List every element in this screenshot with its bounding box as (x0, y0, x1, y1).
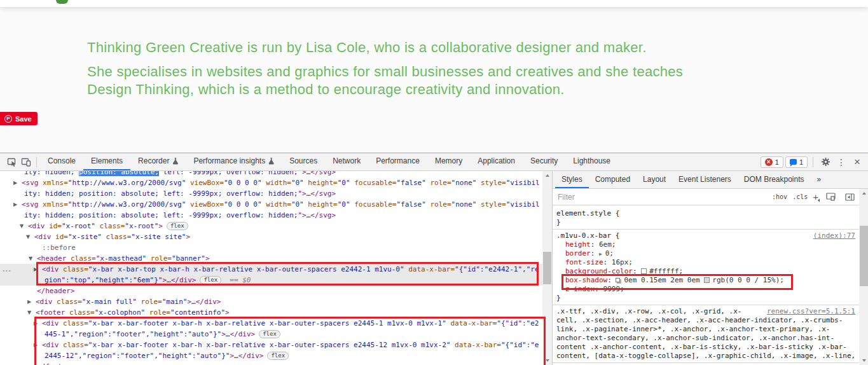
tab-console[interactable]: Console (40, 153, 83, 170)
style-line-selector-wrap[interactable]: content, [data-x-toggle-collapse], .x-gr… (555, 352, 858, 361)
style-line-z-index[interactable]: z-index: 9999; (555, 285, 858, 294)
expand-arrow-icon[interactable]: ▶ (13, 177, 17, 188)
toggle-element-state-button[interactable]: :hov (772, 193, 787, 200)
tab-performance-insights[interactable]: Performance insights (186, 153, 282, 170)
pinterest-save-button[interactable]: P Save (0, 112, 38, 125)
tree-line-header-close[interactable]: </header> (0, 286, 542, 296)
device-toolbar-icon[interactable] (19, 155, 33, 169)
expand-arrow-icon[interactable]: ▶ (13, 199, 17, 210)
tab-network[interactable]: Network (325, 153, 368, 170)
tree-line-footer-bar-1[interactable]: ▶<div class="x-bar x-bar-footer x-bar-h … (0, 318, 542, 329)
rendering-emulation-icon[interactable] (823, 190, 837, 204)
tab-event-listeners[interactable]: Event Listeners (672, 171, 738, 188)
tree-line-x-root[interactable]: ▼<div id="x-root" class="x-root">flex (0, 221, 542, 231)
tree-line-header[interactable]: ▼<header class="x-masthead" role="banner… (0, 253, 542, 264)
tab-styles[interactable]: Styles (555, 171, 589, 188)
console-error-badge[interactable]: × 1 (761, 156, 783, 168)
tree-line-footer-bar-2-wrap[interactable]: 2445-12","region":"footer","height":"aut… (0, 350, 542, 361)
style-line-element-style[interactable]: element.style { (555, 209, 858, 218)
toggle-class-button[interactable]: .cls (792, 193, 808, 200)
code-seg-link[interactable]: renew.css?ver=5.1.5:1 (767, 307, 855, 316)
code-seg-attr: focusable= (350, 179, 397, 187)
tree-line-footer-bar-1-wrap[interactable]: 445-1","region":"footer","height":"auto"… (0, 329, 542, 340)
issues-badge[interactable]: 1 (785, 156, 808, 168)
tab-dom-breakpoints[interactable]: DOM Breakpoints (738, 171, 811, 188)
tree-line-x-main[interactable]: ▶<div class="x-main full" role="main">…<… (0, 296, 542, 307)
style-line-selector[interactable]: .x-ttf, .x-div, .x-row, .x-col, .x-grid,… (555, 307, 858, 316)
tab-lighthouse[interactable]: Lighthouse (565, 153, 618, 170)
scroll-up-arrow[interactable] (542, 171, 552, 180)
code-seg-tag: </div> (230, 330, 255, 338)
scrollbar-thumb[interactable] (860, 226, 868, 286)
message-icon (790, 159, 797, 165)
tab-sources[interactable]: Sources (282, 153, 325, 170)
style-line-close[interactable]: } (555, 294, 858, 303)
tree-line-header-bar-wrap[interactable]: gion":"top","height":"6em"}">…</div>flex… (0, 275, 542, 286)
inspect-element-icon[interactable] (5, 155, 19, 169)
expand-arrow-icon[interactable]: ▶ (27, 296, 31, 307)
tree-line-header-bar[interactable]: ▶<div class="x-bar x-bar-top x-bar-h x-b… (0, 264, 542, 275)
tab-computed[interactable]: Computed (589, 171, 637, 188)
style-line-box-shadow[interactable]: box-shadow: 0em 0.15em 2em 0em rgb(0 0 0… (555, 276, 858, 285)
tree-line-before-pseudo[interactable]: ::before (0, 242, 542, 253)
tab-memory[interactable]: Memory (427, 153, 470, 170)
tree-line-footer-close[interactable]: </footer> (0, 361, 542, 365)
tab-application[interactable]: Application (470, 153, 523, 170)
element-options-dots[interactable]: ... (3, 264, 11, 273)
expand-arrow-icon[interactable]: ▼ (27, 307, 31, 318)
code-seg-badge[interactable]: flex (200, 276, 221, 284)
more-options-icon[interactable]: ⋮ (834, 155, 848, 169)
style-line-selector-wrap[interactable]: anchor-text-secondary, .x-anchor-sub-ind… (555, 334, 858, 343)
expand-arrow-icon[interactable]: ▼ (29, 253, 32, 264)
elements-scrollbar[interactable] (542, 171, 552, 365)
expand-arrow-icon[interactable]: ▼ (26, 231, 30, 242)
tab-elements[interactable]: Elements (83, 153, 130, 170)
scrollbar-thumb[interactable] (543, 252, 551, 284)
style-line-close[interactable]: } (555, 218, 858, 227)
code-seg-pval: 9999; (603, 285, 624, 293)
code-seg-badge[interactable]: flex (267, 352, 289, 360)
style-line-height[interactable]: height: 6em; (555, 240, 858, 249)
tree-line-x-site[interactable]: ▼<div id="x-site" class="x-site site"> (0, 231, 542, 242)
new-style-rule-button[interactable]: + (813, 193, 818, 202)
style-line-selector-wrap[interactable]: content .x-anchor-content, .x-bar-is-sti… (555, 343, 858, 352)
code-seg-badge[interactable]: flex (259, 330, 280, 338)
code-seg-expand[interactable]: ▶ (599, 251, 605, 257)
scroll-down-arrow[interactable] (859, 356, 868, 365)
tab-performance[interactable]: Performance (368, 153, 427, 170)
tree-line-svg-1[interactable]: ▶<svg xmlns="http://www.w3.org/2000/svg"… (0, 177, 542, 188)
code-seg-badge[interactable]: flex (167, 222, 188, 230)
style-line-selector[interactable]: .m1vu-0.x-bar {(index):77 (555, 231, 858, 240)
settings-gear-icon[interactable] (818, 155, 832, 169)
code-seg-link[interactable]: (index):77 (813, 231, 855, 240)
tab-recorder[interactable]: Recorder (130, 153, 186, 170)
style-line-border[interactable]: border: ▶ 0; (555, 249, 858, 258)
tree-line-svg-1-wrap[interactable]: ity: hidden; position: absolute; left: -… (0, 188, 542, 199)
tab-security[interactable]: Security (523, 153, 565, 170)
tab-overflow[interactable]: » (811, 171, 828, 188)
style-line-background-color[interactable]: background-color: #ffffff; (555, 267, 858, 276)
scroll-down-arrow[interactable] (542, 356, 552, 365)
expand-arrow-icon[interactable]: ▶ (34, 318, 38, 329)
scroll-up-arrow[interactable] (859, 189, 868, 198)
expand-arrow-icon[interactable]: ▼ (20, 221, 24, 231)
style-line-font-size[interactable]: font-size: 16px; (555, 258, 858, 267)
tree-line-clipped[interactable]: ity: hidden; position: absolute; left: -… (0, 171, 542, 177)
styles-filter-input[interactable] (558, 193, 767, 202)
tab-layout[interactable]: Layout (637, 171, 672, 188)
expand-arrow-icon[interactable]: ▶ (34, 264, 38, 275)
tree-line-footer[interactable]: ▼<footer class="x-colophon" role="conten… (0, 307, 542, 318)
code-seg-tag: > (186, 233, 190, 241)
show-sidebar-panel-icon[interactable] (843, 190, 857, 204)
tree-line-svg-2-wrap[interactable]: ity: hidden; position: absolute; left: -… (0, 210, 542, 221)
styles-scrollbar[interactable] (859, 189, 868, 365)
tab-label: Computed (595, 175, 630, 184)
tree-line-svg-2[interactable]: ▶<svg xmlns="http://www.w3.org/2000/svg"… (0, 199, 542, 210)
expand-arrow-icon[interactable]: ▶ (34, 340, 38, 350)
code-seg-tag: > (205, 254, 210, 263)
close-devtools-icon[interactable]: × (850, 155, 864, 169)
tree-line-footer-bar-2[interactable]: ▶<div class="x-bar x-bar-footer x-bar-h … (0, 340, 542, 350)
style-line-selector-wrap[interactable]: link, .x-paginate-inner>*, .x-anchor, .x… (555, 325, 858, 334)
style-line-selector-wrap[interactable]: cell, .x-section, .x-acc-header, .x-acc-… (555, 316, 858, 325)
rule-element-style: element.style {} (553, 205, 868, 230)
